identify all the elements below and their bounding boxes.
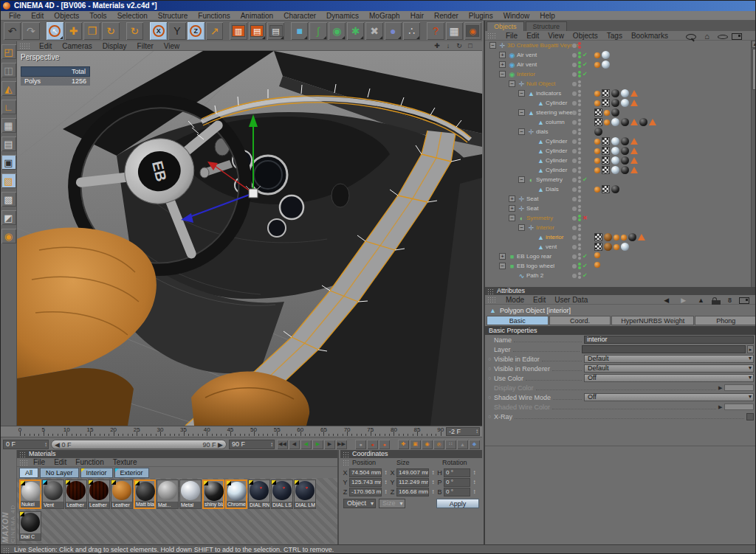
collapse-icon[interactable]: − [509, 80, 515, 87]
selection-tag-icon[interactable] [594, 148, 600, 154]
tree-row[interactable]: −✛dials [485, 127, 756, 136]
object-label[interactable]: Cylinder [546, 167, 567, 173]
selection-tag-icon[interactable] [594, 167, 600, 173]
panel-handle-icon[interactable] [343, 451, 348, 457]
material-tag-icon[interactable] [611, 147, 619, 155]
uvw-tag-icon[interactable] [602, 147, 610, 155]
key-rotation-button[interactable]: ◉ [422, 440, 433, 449]
expand-arrow-icon[interactable]: ▶ [718, 404, 724, 410]
object-label[interactable]: Null Object [526, 80, 555, 87]
viewport-canvas[interactable]: EB [17, 51, 482, 426]
expand-icon[interactable]: + [499, 253, 506, 260]
ik-key-button[interactable]: ◆ [469, 440, 480, 449]
add-modifier-button[interactable]: ✱ [347, 22, 364, 40]
phong-tag-icon[interactable] [630, 148, 638, 154]
visibility-toggles[interactable] [572, 194, 581, 204]
tree-row[interactable]: −◐Symmetry✖ [485, 213, 756, 223]
add-primitive-button[interactable]: ■ [291, 22, 308, 40]
expand-icon[interactable]: + [509, 205, 515, 212]
object-label[interactable]: Symmetry [536, 176, 563, 183]
anim-dot-icon[interactable]: ○ [488, 414, 494, 419]
materials-menu-texture[interactable]: Texture [109, 458, 142, 466]
uvw-tag-icon[interactable] [594, 108, 602, 117]
key-position-button[interactable]: ✚ [398, 440, 409, 449]
workplane-button[interactable]: ◩ [1, 210, 16, 225]
object-label[interactable]: vent [546, 243, 557, 250]
eye-icon[interactable] [718, 35, 728, 39]
selection-tag-icon[interactable] [604, 120, 610, 125]
material-swatch[interactable]: Matt bla [134, 479, 156, 509]
object-axis-mode-button[interactable]: ◭ [1, 81, 16, 96]
menu-plugins[interactable]: Plugins [464, 11, 498, 20]
menu-selection[interactable]: Selection [112, 11, 153, 20]
object-label[interactable]: 3D Creative Bugatti Veyron [507, 42, 579, 49]
manager-tab-structure[interactable]: Structure [526, 21, 568, 31]
panel-menu-icon[interactable] [487, 297, 496, 302]
material-tag-icon[interactable] [621, 243, 629, 251]
material-tag-icon[interactable] [621, 89, 629, 97]
uvw-tag-icon[interactable] [602, 156, 610, 165]
phong-tag-icon[interactable] [630, 167, 638, 173]
material-layer-tab-exterior[interactable]: Exterior [114, 468, 149, 478]
attribute-x-ray-checkbox[interactable] [746, 413, 754, 420]
phong-tag-icon[interactable] [649, 119, 656, 125]
selection-tag-icon[interactable] [594, 100, 600, 106]
material-swatch[interactable]: DIAL LS [271, 479, 293, 509]
rotate-view-icon[interactable]: ↻ [454, 41, 464, 50]
tree-row[interactable]: +✛Seat [485, 204, 756, 213]
visibility-toggles[interactable] [572, 146, 581, 156]
enabled-check-icon[interactable]: ✔ [583, 261, 588, 271]
anim-dot-icon[interactable]: ○ [488, 356, 494, 361]
rotate-tool[interactable]: ↻ [102, 22, 119, 40]
collapse-icon[interactable]: − [509, 215, 515, 221]
selection-tag-icon[interactable] [594, 252, 600, 258]
visibility-toggles[interactable] [572, 108, 581, 117]
tree-row[interactable]: +◉Air vent✔ [485, 50, 756, 60]
points-mode-button[interactable]: ▦ [1, 118, 16, 133]
selection-tag-icon[interactable] [614, 244, 619, 250]
key-up-button[interactable]: ▲ [457, 440, 468, 449]
tree-row[interactable]: ▲column [485, 117, 756, 127]
panel-handle-icon[interactable] [19, 451, 25, 457]
object-label[interactable]: Cylinder [546, 148, 567, 154]
texture-axis-mode-button[interactable]: ▩ [1, 192, 16, 207]
menu-edit[interactable]: Edit [26, 11, 49, 20]
collapse-icon[interactable]: − [518, 176, 525, 183]
end-frame-field[interactable]: 90 F [229, 440, 275, 449]
material-swatch[interactable]: Nukei [19, 479, 41, 509]
tree-row[interactable]: ▲interior [485, 232, 756, 242]
up-icon[interactable]: ▲ [693, 296, 709, 305]
expand-icon[interactable]: + [509, 195, 515, 202]
visibility-toggles[interactable] [572, 242, 581, 252]
spinner-icon[interactable]: ↕ [430, 469, 436, 476]
uvw-tag-icon[interactable] [594, 233, 602, 241]
material-layer-tab-no-layer[interactable]: No Layer [40, 468, 79, 478]
material-swatch[interactable]: shiny bla [202, 479, 224, 509]
edges-mode-button[interactable]: ▤ [1, 136, 16, 151]
tree-row[interactable]: −▲indicators [485, 89, 756, 98]
tree-row[interactable]: +◉Air vent✔ [485, 60, 756, 69]
key-scale-button[interactable]: ▣ [410, 440, 421, 449]
visibility-toggles[interactable] [572, 184, 581, 194]
calculator-button[interactable]: ▦ [446, 22, 463, 40]
coordinate-mode-dropdown[interactable]: Object [343, 499, 376, 508]
collapse-icon[interactable]: − [499, 263, 506, 269]
layer-browse-button[interactable]: ▸ [747, 345, 754, 353]
object-manager-menu-edit[interactable]: Edit [522, 31, 543, 40]
object-label[interactable]: column [546, 119, 565, 125]
panel-menu-icon[interactable] [487, 32, 496, 38]
object-label[interactable]: Air vent [517, 52, 537, 58]
position-y-field[interactable]: 125.743 mm [349, 478, 382, 487]
expand-arrow-icon[interactable]: ▶ [718, 385, 724, 391]
material-tag-icon[interactable] [602, 51, 610, 59]
material-swatch[interactable]: Chrome [225, 479, 247, 509]
anim-dot-icon[interactable]: ○ [488, 375, 494, 381]
collapse-icon[interactable]: − [499, 71, 506, 77]
visibility-toggles[interactable]: ✔ [572, 60, 588, 69]
zoom-view-icon[interactable]: ↓ [443, 41, 453, 50]
object-label[interactable]: Interior [536, 224, 554, 231]
spinner-icon[interactable]: ↕ [383, 479, 388, 485]
tree-row[interactable]: −✛3D Creative Bugatti Veyron [485, 41, 756, 50]
menu-dynamics[interactable]: Dynamics [321, 11, 364, 20]
materials-menu-file[interactable]: File [29, 458, 49, 466]
